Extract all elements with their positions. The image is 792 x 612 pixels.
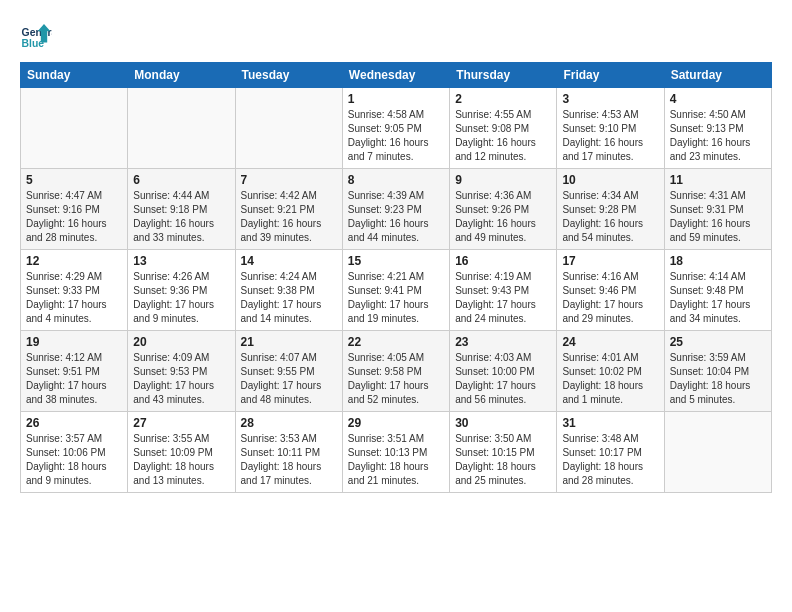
day-info: Sunrise: 4:01 AM Sunset: 10:02 PM Daylig… xyxy=(562,351,658,407)
calendar-cell: 20Sunrise: 4:09 AM Sunset: 9:53 PM Dayli… xyxy=(128,331,235,412)
logo-icon: General Blue xyxy=(20,20,52,52)
calendar-cell: 28Sunrise: 3:53 AM Sunset: 10:11 PM Dayl… xyxy=(235,412,342,493)
day-number: 30 xyxy=(455,416,551,430)
calendar-cell: 2Sunrise: 4:55 AM Sunset: 9:08 PM Daylig… xyxy=(450,88,557,169)
calendar-cell: 30Sunrise: 3:50 AM Sunset: 10:15 PM Dayl… xyxy=(450,412,557,493)
day-info: Sunrise: 4:39 AM Sunset: 9:23 PM Dayligh… xyxy=(348,189,444,245)
calendar-cell: 29Sunrise: 3:51 AM Sunset: 10:13 PM Dayl… xyxy=(342,412,449,493)
calendar-cell: 24Sunrise: 4:01 AM Sunset: 10:02 PM Dayl… xyxy=(557,331,664,412)
day-number: 4 xyxy=(670,92,766,106)
logo: General Blue xyxy=(20,20,52,52)
day-info: Sunrise: 4:47 AM Sunset: 9:16 PM Dayligh… xyxy=(26,189,122,245)
day-info: Sunrise: 4:36 AM Sunset: 9:26 PM Dayligh… xyxy=(455,189,551,245)
calendar-cell: 7Sunrise: 4:42 AM Sunset: 9:21 PM Daylig… xyxy=(235,169,342,250)
day-info: Sunrise: 4:14 AM Sunset: 9:48 PM Dayligh… xyxy=(670,270,766,326)
day-info: Sunrise: 4:29 AM Sunset: 9:33 PM Dayligh… xyxy=(26,270,122,326)
calendar-cell: 8Sunrise: 4:39 AM Sunset: 9:23 PM Daylig… xyxy=(342,169,449,250)
day-info: Sunrise: 4:05 AM Sunset: 9:58 PM Dayligh… xyxy=(348,351,444,407)
day-info: Sunrise: 4:24 AM Sunset: 9:38 PM Dayligh… xyxy=(241,270,337,326)
calendar-cell: 1Sunrise: 4:58 AM Sunset: 9:05 PM Daylig… xyxy=(342,88,449,169)
weekday-header: Thursday xyxy=(450,63,557,88)
calendar-cell: 10Sunrise: 4:34 AM Sunset: 9:28 PM Dayli… xyxy=(557,169,664,250)
day-number: 17 xyxy=(562,254,658,268)
day-info: Sunrise: 3:59 AM Sunset: 10:04 PM Daylig… xyxy=(670,351,766,407)
day-number: 27 xyxy=(133,416,229,430)
day-info: Sunrise: 3:57 AM Sunset: 10:06 PM Daylig… xyxy=(26,432,122,488)
calendar-cell: 13Sunrise: 4:26 AM Sunset: 9:36 PM Dayli… xyxy=(128,250,235,331)
day-info: Sunrise: 4:09 AM Sunset: 9:53 PM Dayligh… xyxy=(133,351,229,407)
day-info: Sunrise: 4:50 AM Sunset: 9:13 PM Dayligh… xyxy=(670,108,766,164)
calendar-cell: 21Sunrise: 4:07 AM Sunset: 9:55 PM Dayli… xyxy=(235,331,342,412)
day-number: 13 xyxy=(133,254,229,268)
calendar-cell xyxy=(235,88,342,169)
day-number: 28 xyxy=(241,416,337,430)
weekday-header: Wednesday xyxy=(342,63,449,88)
day-number: 9 xyxy=(455,173,551,187)
day-number: 18 xyxy=(670,254,766,268)
day-number: 16 xyxy=(455,254,551,268)
day-number: 12 xyxy=(26,254,122,268)
calendar-cell: 12Sunrise: 4:29 AM Sunset: 9:33 PM Dayli… xyxy=(21,250,128,331)
day-info: Sunrise: 4:31 AM Sunset: 9:31 PM Dayligh… xyxy=(670,189,766,245)
day-number: 21 xyxy=(241,335,337,349)
calendar-cell: 3Sunrise: 4:53 AM Sunset: 9:10 PM Daylig… xyxy=(557,88,664,169)
day-info: Sunrise: 4:34 AM Sunset: 9:28 PM Dayligh… xyxy=(562,189,658,245)
calendar-cell: 11Sunrise: 4:31 AM Sunset: 9:31 PM Dayli… xyxy=(664,169,771,250)
calendar-cell: 27Sunrise: 3:55 AM Sunset: 10:09 PM Dayl… xyxy=(128,412,235,493)
day-info: Sunrise: 4:16 AM Sunset: 9:46 PM Dayligh… xyxy=(562,270,658,326)
day-info: Sunrise: 4:07 AM Sunset: 9:55 PM Dayligh… xyxy=(241,351,337,407)
day-number: 7 xyxy=(241,173,337,187)
day-info: Sunrise: 4:26 AM Sunset: 9:36 PM Dayligh… xyxy=(133,270,229,326)
calendar-cell: 17Sunrise: 4:16 AM Sunset: 9:46 PM Dayli… xyxy=(557,250,664,331)
day-info: Sunrise: 3:50 AM Sunset: 10:15 PM Daylig… xyxy=(455,432,551,488)
calendar-cell: 9Sunrise: 4:36 AM Sunset: 9:26 PM Daylig… xyxy=(450,169,557,250)
day-info: Sunrise: 4:12 AM Sunset: 9:51 PM Dayligh… xyxy=(26,351,122,407)
calendar-week-row: 12Sunrise: 4:29 AM Sunset: 9:33 PM Dayli… xyxy=(21,250,772,331)
day-number: 1 xyxy=(348,92,444,106)
day-info: Sunrise: 4:03 AM Sunset: 10:00 PM Daylig… xyxy=(455,351,551,407)
day-info: Sunrise: 4:44 AM Sunset: 9:18 PM Dayligh… xyxy=(133,189,229,245)
calendar-week-row: 5Sunrise: 4:47 AM Sunset: 9:16 PM Daylig… xyxy=(21,169,772,250)
calendar-cell: 31Sunrise: 3:48 AM Sunset: 10:17 PM Dayl… xyxy=(557,412,664,493)
calendar-cell: 4Sunrise: 4:50 AM Sunset: 9:13 PM Daylig… xyxy=(664,88,771,169)
day-info: Sunrise: 4:42 AM Sunset: 9:21 PM Dayligh… xyxy=(241,189,337,245)
day-number: 15 xyxy=(348,254,444,268)
day-number: 29 xyxy=(348,416,444,430)
calendar-cell: 19Sunrise: 4:12 AM Sunset: 9:51 PM Dayli… xyxy=(21,331,128,412)
day-number: 24 xyxy=(562,335,658,349)
page-header: General Blue xyxy=(20,20,772,52)
calendar-cell: 15Sunrise: 4:21 AM Sunset: 9:41 PM Dayli… xyxy=(342,250,449,331)
calendar-cell: 16Sunrise: 4:19 AM Sunset: 9:43 PM Dayli… xyxy=(450,250,557,331)
calendar-cell: 23Sunrise: 4:03 AM Sunset: 10:00 PM Dayl… xyxy=(450,331,557,412)
day-number: 8 xyxy=(348,173,444,187)
day-number: 23 xyxy=(455,335,551,349)
day-number: 6 xyxy=(133,173,229,187)
calendar-week-row: 26Sunrise: 3:57 AM Sunset: 10:06 PM Dayl… xyxy=(21,412,772,493)
day-info: Sunrise: 3:53 AM Sunset: 10:11 PM Daylig… xyxy=(241,432,337,488)
calendar-table: SundayMondayTuesdayWednesdayThursdayFrid… xyxy=(20,62,772,493)
calendar-header: SundayMondayTuesdayWednesdayThursdayFrid… xyxy=(21,63,772,88)
calendar-cell: 18Sunrise: 4:14 AM Sunset: 9:48 PM Dayli… xyxy=(664,250,771,331)
day-info: Sunrise: 4:21 AM Sunset: 9:41 PM Dayligh… xyxy=(348,270,444,326)
day-info: Sunrise: 3:48 AM Sunset: 10:17 PM Daylig… xyxy=(562,432,658,488)
weekday-header: Saturday xyxy=(664,63,771,88)
day-info: Sunrise: 4:55 AM Sunset: 9:08 PM Dayligh… xyxy=(455,108,551,164)
calendar-week-row: 1Sunrise: 4:58 AM Sunset: 9:05 PM Daylig… xyxy=(21,88,772,169)
day-info: Sunrise: 4:53 AM Sunset: 9:10 PM Dayligh… xyxy=(562,108,658,164)
calendar-cell xyxy=(128,88,235,169)
calendar-cell: 22Sunrise: 4:05 AM Sunset: 9:58 PM Dayli… xyxy=(342,331,449,412)
day-number: 2 xyxy=(455,92,551,106)
day-info: Sunrise: 4:19 AM Sunset: 9:43 PM Dayligh… xyxy=(455,270,551,326)
calendar-cell xyxy=(664,412,771,493)
day-number: 19 xyxy=(26,335,122,349)
day-number: 22 xyxy=(348,335,444,349)
calendar-cell: 6Sunrise: 4:44 AM Sunset: 9:18 PM Daylig… xyxy=(128,169,235,250)
calendar-cell: 25Sunrise: 3:59 AM Sunset: 10:04 PM Dayl… xyxy=(664,331,771,412)
calendar-cell: 26Sunrise: 3:57 AM Sunset: 10:06 PM Dayl… xyxy=(21,412,128,493)
calendar-cell: 5Sunrise: 4:47 AM Sunset: 9:16 PM Daylig… xyxy=(21,169,128,250)
day-number: 11 xyxy=(670,173,766,187)
day-number: 3 xyxy=(562,92,658,106)
day-number: 10 xyxy=(562,173,658,187)
weekday-header: Monday xyxy=(128,63,235,88)
weekday-header: Friday xyxy=(557,63,664,88)
